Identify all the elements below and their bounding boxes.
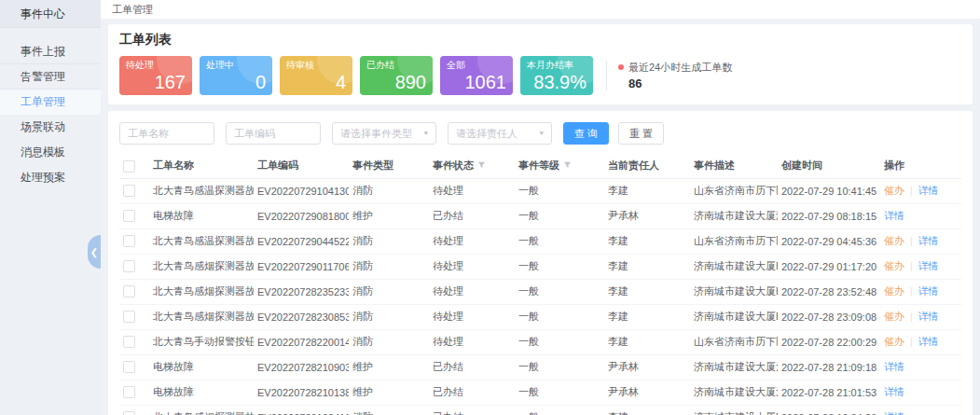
event-level-cell: 一般 [515, 178, 604, 203]
search-button[interactable]: 查 询 [563, 122, 609, 145]
column-header: 操作 [880, 154, 961, 178]
sidebar-item[interactable]: 消息模板 [0, 140, 101, 165]
detail-link[interactable]: 详情 [884, 361, 904, 372]
filter-icon[interactable] [563, 159, 572, 171]
urge-link[interactable]: 催办 [884, 285, 904, 297]
detail-link[interactable]: 详情 [884, 386, 904, 397]
event-level-cell: 一般 [515, 279, 604, 304]
urge-link[interactable]: 催办 [884, 185, 904, 196]
row-checkbox[interactable] [123, 386, 135, 398]
table-row: 北大青鸟手动报警按钮故障 EV20220728220014871 消防 待处理 … [119, 329, 961, 354]
row-checkbox[interactable] [123, 185, 135, 197]
main-area: 工单管理 工单列表 待处理 167 处理中 0 [101, 0, 980, 415]
event-type-cell: 消防 [349, 405, 429, 415]
row-select-cell [119, 279, 149, 304]
order-name-input[interactable] [119, 122, 214, 145]
event-level-cell: 一般 [515, 329, 604, 354]
order-name-cell: 北大青鸟手动报警按钮故障 [149, 329, 254, 354]
row-select-cell [119, 380, 149, 405]
row-checkbox[interactable] [123, 411, 135, 415]
sidebar-item[interactable]: 工单管理 [0, 90, 101, 115]
row-checkbox[interactable] [123, 210, 135, 222]
created-time-cell: 2022-07-28 22:00:29 [778, 329, 880, 354]
filter-icon[interactable] [477, 159, 486, 171]
order-code-cell: EV20220729044522068 [254, 228, 349, 254]
description-cell: 山东省济南市历下区济南... [690, 178, 778, 203]
column-header: 工单编码 [254, 154, 349, 178]
owner-cell: 尹承林 [604, 203, 690, 228]
event-level-cell: 一般 [515, 228, 604, 254]
row-checkbox[interactable] [123, 235, 135, 247]
row-checkbox[interactable] [123, 285, 135, 297]
table-row: 北大青鸟感烟探测器故障 EV20220728235233362 消防 待处理 一… [119, 279, 961, 304]
actions-cell: 催办|详情 [880, 228, 961, 254]
detail-link[interactable]: 详情 [918, 311, 939, 322]
sidebar-item[interactable]: 事件上报 [0, 39, 101, 64]
urge-link[interactable]: 催办 [884, 235, 904, 246]
event-type-cell: 消防 [349, 329, 429, 354]
page-title: 工单列表 [119, 32, 961, 48]
work-order-list-card: 请选择事件类型 ▾ 请选择责任人 ▾ 查 询 重 置 [108, 111, 973, 415]
detail-link[interactable]: 详情 [918, 260, 939, 271]
event-type-select[interactable]: 请选择事件类型 ▾ [332, 122, 436, 145]
column-header: 工单名称 [149, 154, 254, 178]
owner-cell: 李建 [604, 178, 690, 203]
sidebar-item[interactable]: 场景联动 [0, 115, 101, 140]
urge-link[interactable]: 催办 [884, 260, 904, 271]
order-code-cell: EV20220729104130123 [254, 178, 349, 203]
sidebar-item[interactable]: 处理预案 [0, 165, 101, 190]
order-name-cell: 北大青鸟感烟探测器故障 [149, 405, 254, 415]
chevron-down-icon: ▾ [423, 130, 428, 137]
sidebar-header: 事件中心 [0, 0, 101, 28]
owner-select[interactable]: 请选择责任人 ▾ [448, 122, 552, 145]
row-select-cell [119, 405, 149, 415]
order-code-input[interactable] [226, 122, 321, 145]
event-status-cell: 待处理 [429, 228, 515, 254]
detail-link[interactable]: 详情 [918, 235, 939, 246]
sidebar-item[interactable]: 告警管理 [0, 64, 101, 90]
description-cell: 山东省济南市历下区济南... [690, 329, 778, 354]
column-header: 创建时间 [778, 154, 880, 178]
urge-link[interactable]: 催办 [884, 311, 904, 322]
order-name-cell: 北大青鸟感烟探测器故障 [149, 304, 254, 329]
event-status-cell: 待处理 [429, 178, 515, 203]
work-order-table: 工单名称 工单编码 事件类型 事件状态 [119, 154, 961, 415]
event-type-cell: 维护 [349, 203, 429, 228]
row-checkbox[interactable] [123, 311, 135, 323]
stat-label: 已办结 [366, 60, 426, 70]
event-status-cell: 已办结 [429, 203, 515, 228]
detail-link[interactable]: 详情 [884, 411, 904, 415]
detail-link[interactable]: 详情 [918, 336, 939, 347]
select-all-checkbox[interactable] [123, 160, 135, 173]
detail-link[interactable]: 详情 [918, 285, 939, 297]
urge-link[interactable]: 催办 [884, 336, 904, 347]
owner-cell: 尹承林 [604, 354, 690, 380]
row-checkbox[interactable] [123, 361, 135, 373]
row-select-cell [119, 254, 149, 279]
order-code-cell: EV20220728193411643 [254, 405, 349, 415]
breadcrumb: 工单管理 [101, 0, 980, 19]
description-cell: 济南城市建设大厦B3车... [690, 254, 778, 279]
description-cell: 济南城市建设大厦消防梯... [690, 354, 778, 380]
actions-cell: 催办|详情 [880, 304, 961, 329]
owner-cell: 李建 [604, 304, 690, 329]
stat-cards: 待处理 167 处理中 0 待审核 4 [119, 56, 600, 95]
event-type-cell: 消防 [349, 254, 429, 279]
created-time-cell: 2022-07-29 10:41:45 [778, 178, 880, 203]
chevron-down-icon: ▾ [539, 130, 544, 137]
sidebar-nav: 事件上报 告警管理 工单管理 场景联动 消息模板 处理预案 [0, 39, 101, 190]
stat-value: 890 [366, 73, 426, 92]
sidebar-collapse-button[interactable]: ❮ [88, 235, 101, 269]
table-row: 北大青鸟感温探测器故障 EV20220729104130123 消防 待处理 一… [119, 178, 961, 203]
reset-button[interactable]: 重 置 [618, 122, 664, 145]
created-time-cell: 2022-07-28 19:34:26 [778, 405, 880, 415]
detail-link[interactable]: 详情 [884, 210, 904, 221]
table-row: 电梯故障 EV20220729081800961 维护 已办结 一般 尹承林 济… [119, 203, 961, 228]
actions-cell: 详情 [880, 354, 961, 380]
stat-value: 167 [126, 73, 186, 92]
description-cell: 济南城市建设大厦B3车... [690, 405, 778, 415]
row-checkbox[interactable] [123, 336, 135, 348]
actions-cell: 催办|详情 [880, 329, 961, 354]
detail-link[interactable]: 详情 [918, 185, 939, 196]
row-checkbox[interactable] [123, 260, 135, 272]
